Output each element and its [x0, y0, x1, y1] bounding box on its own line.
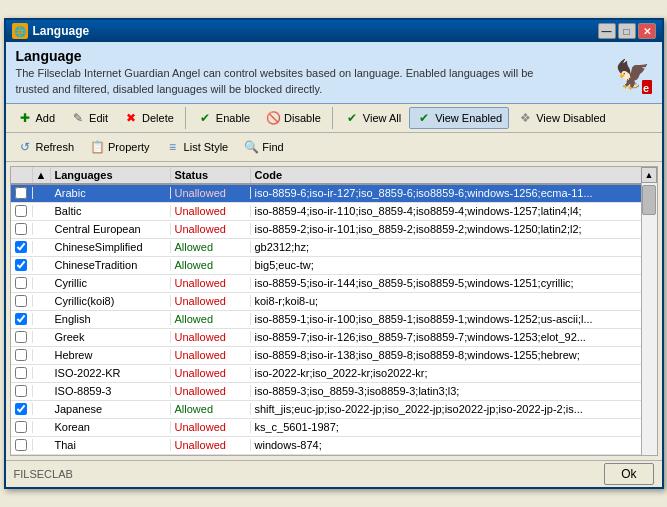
table-row[interactable]: ChineseSimplified Allowed gb2312;hz;: [11, 239, 641, 257]
row-checkbox-cell[interactable]: [11, 187, 33, 199]
row-code: koi8-r;koi8-u;: [251, 295, 641, 307]
col-header-lang[interactable]: Languages: [51, 167, 171, 183]
scroll-up-arrow[interactable]: ▲: [641, 167, 657, 183]
property-icon: 📋: [89, 139, 105, 155]
close-button[interactable]: ✕: [638, 23, 656, 39]
refresh-icon: ↺: [17, 139, 33, 155]
view-all-button[interactable]: ✔ View All: [337, 107, 408, 129]
minimize-button[interactable]: —: [598, 23, 616, 39]
row-code: iso-8859-2;iso-ir-101;iso_8859-2;iso8859…: [251, 223, 641, 235]
view-disabled-button[interactable]: ❖ View Disabled: [510, 107, 613, 129]
table-inner: ▲ Languages Status Code Arabic Unallowed…: [11, 167, 641, 455]
table-row[interactable]: Hebrew Unallowed iso-8859-8;iso-ir-138;i…: [11, 347, 641, 365]
row-checkbox[interactable]: [15, 187, 27, 199]
row-status: Unallowed: [171, 223, 251, 235]
window-title: Language: [33, 24, 90, 38]
row-checkbox[interactable]: [15, 439, 27, 451]
row-checkbox-cell[interactable]: [11, 313, 33, 325]
table-row[interactable]: ISO-8859-3 Unallowed iso-8859-3;iso_8859…: [11, 383, 641, 401]
view-enabled-button[interactable]: ✔ View Enabled: [409, 107, 509, 129]
col-header-check: [11, 167, 33, 183]
scrollbar[interactable]: ▲: [641, 167, 657, 455]
row-checkbox-cell[interactable]: [11, 367, 33, 379]
col-header-code[interactable]: Code: [251, 167, 641, 183]
title-bar-left: 🌐 Language: [12, 23, 90, 39]
table-row[interactable]: Cyrillic(koi8) Unallowed koi8-r;koi8-u;: [11, 293, 641, 311]
table-row[interactable]: Korean Unallowed ks_c_5601-1987;: [11, 419, 641, 437]
row-checkbox-cell[interactable]: [11, 331, 33, 343]
row-checkbox[interactable]: [15, 205, 27, 217]
row-checkbox-cell[interactable]: [11, 241, 33, 253]
row-status: Allowed: [171, 403, 251, 415]
row-lang: Cyrillic: [51, 277, 171, 289]
row-status: Unallowed: [171, 439, 251, 451]
row-checkbox[interactable]: [15, 295, 27, 307]
row-status: Unallowed: [171, 187, 251, 199]
row-checkbox[interactable]: [15, 241, 27, 253]
row-status: Allowed: [171, 241, 251, 253]
delete-button[interactable]: ✖ Delete: [116, 107, 181, 129]
ok-button[interactable]: Ok: [604, 463, 653, 485]
find-button[interactable]: 🔍 Find: [236, 136, 290, 158]
row-checkbox-cell[interactable]: [11, 205, 33, 217]
table-row[interactable]: ChineseTradition Allowed big5;euc-tw;: [11, 257, 641, 275]
row-checkbox[interactable]: [15, 331, 27, 343]
col-header-status[interactable]: Status: [171, 167, 251, 183]
table-row[interactable]: English Allowed iso-8859-1;iso-ir-100;is…: [11, 311, 641, 329]
row-checkbox-cell[interactable]: [11, 223, 33, 235]
row-checkbox[interactable]: [15, 403, 27, 415]
row-checkbox[interactable]: [15, 313, 27, 325]
list-style-icon: ≡: [165, 139, 181, 155]
add-button[interactable]: ✚ Add: [10, 107, 63, 129]
row-checkbox-cell[interactable]: [11, 439, 33, 451]
row-checkbox[interactable]: [15, 223, 27, 235]
col-header-sort[interactable]: ▲: [33, 167, 51, 183]
main-window: 🌐 Language — □ ✕ Language The Filseclab …: [4, 18, 664, 489]
property-button[interactable]: 📋 Property: [82, 136, 157, 158]
table-row[interactable]: Arabic Unallowed iso-8859-6;iso-ir-127;i…: [11, 185, 641, 203]
row-checkbox[interactable]: [15, 421, 27, 433]
row-lang: Hebrew: [51, 349, 171, 361]
row-code: iso-8859-5;iso-ir-144;iso_8859-5;iso8859…: [251, 277, 641, 289]
row-checkbox[interactable]: [15, 367, 27, 379]
table-row[interactable]: Cyrillic Unallowed iso-8859-5;iso-ir-144…: [11, 275, 641, 293]
scroll-thumb[interactable]: [642, 185, 656, 215]
row-lang: Korean: [51, 421, 171, 433]
table-row[interactable]: ISO-2022-KR Unallowed iso-2022-kr;iso_20…: [11, 365, 641, 383]
enable-button[interactable]: ✔ Enable: [190, 107, 257, 129]
row-status: Unallowed: [171, 205, 251, 217]
row-checkbox-cell[interactable]: [11, 277, 33, 289]
title-bar-buttons: — □ ✕: [598, 23, 656, 39]
toolbar-main: ✚ Add ✎ Edit ✖ Delete ✔ Enable 🚫 Disable…: [6, 104, 662, 133]
row-checkbox-cell[interactable]: [11, 421, 33, 433]
row-lang: Greek: [51, 331, 171, 343]
maximize-button[interactable]: □: [618, 23, 636, 39]
table-row[interactable]: Baltic Unallowed iso-8859-4;iso-ir-110;i…: [11, 203, 641, 221]
row-lang: Arabic: [51, 187, 171, 199]
edit-button[interactable]: ✎ Edit: [63, 107, 115, 129]
row-code: windows-874;: [251, 439, 641, 451]
row-checkbox[interactable]: [15, 259, 27, 271]
table-row[interactable]: Greek Unallowed iso-8859-7;iso-ir-126;is…: [11, 329, 641, 347]
row-lang: Central European: [51, 223, 171, 235]
row-lang: Japanese: [51, 403, 171, 415]
row-checkbox-cell[interactable]: [11, 349, 33, 361]
title-bar: 🌐 Language — □ ✕: [6, 20, 662, 42]
row-checkbox-cell[interactable]: [11, 295, 33, 307]
row-code: shift_jis;euc-jp;iso-2022-jp;iso_2022-jp…: [251, 403, 641, 415]
sep1: [185, 107, 186, 129]
row-checkbox[interactable]: [15, 349, 27, 361]
list-style-button[interactable]: ≡ List Style: [158, 136, 236, 158]
row-status: Allowed: [171, 313, 251, 325]
row-checkbox[interactable]: [15, 385, 27, 397]
table-row[interactable]: Thai Unallowed windows-874;: [11, 437, 641, 455]
row-checkbox-cell[interactable]: [11, 403, 33, 415]
table-row[interactable]: Central European Unallowed iso-8859-2;is…: [11, 221, 641, 239]
row-checkbox-cell[interactable]: [11, 385, 33, 397]
row-checkbox-cell[interactable]: [11, 259, 33, 271]
disable-button[interactable]: 🚫 Disable: [258, 107, 328, 129]
table-row[interactable]: Japanese Allowed shift_jis;euc-jp;iso-20…: [11, 401, 641, 419]
refresh-button[interactable]: ↺ Refresh: [10, 136, 82, 158]
toolbar-secondary: ↺ Refresh 📋 Property ≡ List Style 🔍 Find: [6, 133, 662, 162]
row-checkbox[interactable]: [15, 277, 27, 289]
